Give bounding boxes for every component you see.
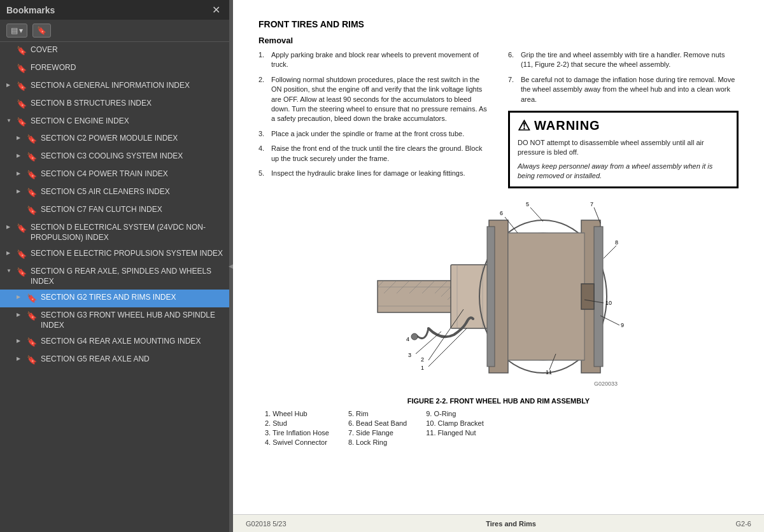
step-7: 7. Be careful not to damage the inflatio…: [508, 75, 739, 104]
figure-caption: FIGURE 2-2. FRONT WHEEL HUB AND RIM ASSE…: [258, 397, 739, 405]
step-text-2: Following normal shutdown procedures, pl…: [271, 75, 489, 124]
step-5: 5. Inspect the hydraulic brake lines for…: [258, 169, 489, 178]
expand-arrow-section-c3[interactable]: [17, 152, 27, 159]
step-text-6: Grip the tire and wheel assembly with ti…: [521, 50, 739, 70]
bookmark-item-section-g4[interactable]: 🔖 SECTION G4 REAR AXLE MOUNTING INDEX: [0, 333, 229, 351]
close-sidebar-button[interactable]: ✕: [209, 4, 223, 16]
legend-col-1: 1. Wheel Hub 2. Stud 3. Tire Inflation H…: [265, 410, 329, 446]
bookmark-item-section-g5[interactable]: 🔖 SECTION G5 REAR AXLE AND: [0, 351, 229, 369]
figure-legend: 1. Wheel Hub 2. Stud 3. Tire Inflation H…: [258, 410, 739, 446]
bookmark-label-section-b: SECTION B STRUCTURES INDEX: [31, 99, 224, 109]
expand-placeholder: [6, 64, 17, 73]
legend-item-4: 4. Swivel Connector: [265, 438, 329, 446]
bookmark-item-section-c[interactable]: 🔖 SECTION C ENGINE INDEX: [0, 113, 229, 131]
bookmark-item-section-g[interactable]: 🔖 SECTION G REAR AXLE, SPINDLES AND WHEE…: [0, 263, 229, 290]
bookmark-icon-foreword: 🔖: [17, 64, 27, 74]
bookmark-icon-section-c3: 🔖: [27, 152, 37, 163]
bookmark-item-section-e[interactable]: 🔖 SECTION E ELECTRIC PROPULSION SYSTEM I…: [0, 246, 229, 263]
bookmark-label-section-g2: SECTION G2 TIRES AND RIMS INDEX: [41, 293, 224, 303]
bookmark-item-foreword[interactable]: 🔖 FOREWORD: [0, 60, 229, 78]
document-body: 1. Apply parking brake and block rear wh…: [258, 50, 739, 188]
bookmark-label-foreword: FOREWORD: [31, 63, 224, 73]
expand-arrow-section-d[interactable]: [6, 223, 17, 230]
expand-arrow-section-g5[interactable]: [17, 355, 27, 362]
step-number-2: 2.: [258, 75, 267, 124]
expand-arrow-section-g2[interactable]: [17, 293, 27, 300]
warning-title: WARNING: [534, 118, 600, 133]
bookmark-label-section-c2: SECTION C2 POWER MODULE INDEX: [41, 134, 224, 144]
bookmark-label-section-c5: SECTION C5 AIR CLEANERS INDEX: [41, 187, 224, 197]
warning-header: ⚠ WARNING: [518, 118, 729, 134]
list-view-button[interactable]: ▤ ▾: [6, 24, 27, 38]
bookmark-icon-section-g: 🔖: [17, 267, 27, 278]
bookmark-icon-section-e: 🔖: [17, 249, 27, 260]
expand-arrow-section-c[interactable]: [6, 117, 17, 124]
bookmark-add-icon: 🔖: [37, 26, 46, 35]
legend-item-8: 8. Lock Ring: [348, 438, 407, 446]
bookmark-item-section-c5[interactable]: 🔖 SECTION C5 AIR CLEANERS INDEX: [0, 184, 229, 202]
expand-placeholder: [17, 206, 27, 214]
bookmark-item-section-c3[interactable]: 🔖 SECTION C3 COOLING SYSTEM INDEX: [0, 148, 229, 166]
expand-arrow-section-c4[interactable]: [17, 170, 27, 177]
bookmark-label-section-c7: SECTION C7 FAN CLUTCH INDEX: [41, 205, 224, 215]
bookmark-item-section-c7[interactable]: 🔖 SECTION C7 FAN CLUTCH INDEX: [0, 202, 229, 220]
bookmark-item-section-g3[interactable]: 🔖 SECTION G3 FRONT WHEEL HUB AND SPINDLE…: [0, 307, 229, 333]
svg-rect-19: [594, 227, 603, 367]
svg-line-27: [428, 309, 463, 360]
svg-point-24: [411, 333, 418, 340]
expand-arrow-section-g3[interactable]: [17, 311, 27, 318]
svg-rect-20: [508, 233, 584, 360]
bookmark-label-section-g5: SECTION G5 REAR AXLE AND: [41, 354, 224, 365]
expand-arrow-section-e[interactable]: [6, 249, 17, 256]
bookmark-item-section-c4[interactable]: 🔖 SECTION C4 POWER TRAIN INDEX: [0, 166, 229, 184]
steps-left-list: 1. Apply parking brake and block rear wh…: [258, 50, 489, 178]
step-text-4: Raise the front end of the truck until t…: [271, 144, 489, 164]
expand-arrow-section-g4[interactable]: [17, 337, 27, 344]
warning-text-2: Always keep personnel away from a wheel …: [518, 162, 729, 181]
sidebar: Bookmarks ✕ ▤ ▾ 🔖 🔖 COVER 🔖 FOREWORD 🔖 S: [0, 0, 229, 532]
bookmark-item-section-g2[interactable]: 🔖 SECTION G2 TIRES AND RIMS INDEX: [0, 290, 229, 307]
legend-item-2: 2. Stud: [265, 419, 329, 427]
steps-left-column: 1. Apply parking brake and block rear wh…: [258, 50, 489, 188]
add-bookmark-button[interactable]: 🔖: [32, 24, 51, 38]
expand-arrow-section-g[interactable]: [6, 267, 17, 274]
bookmark-label-section-c: SECTION C ENGINE INDEX: [31, 116, 224, 127]
bookmark-icon-section-g3: 🔖: [27, 311, 37, 322]
bookmark-label-section-e: SECTION E ELECTRIC PROPULSION SYSTEM IND…: [31, 249, 224, 259]
main-content: FRONT TIRES AND RIMS Removal 1. Apply pa…: [233, 0, 764, 532]
legend-col-3: 9. O-Ring 10. Clamp Bracket 11. Flanged …: [426, 410, 483, 446]
svg-rect-18: [487, 227, 495, 367]
expand-arrow-section-c2[interactable]: [17, 134, 27, 141]
expand-arrow-section-a[interactable]: [6, 81, 17, 88]
bookmark-icon-section-g5: 🔖: [27, 355, 37, 366]
bookmark-item-cover[interactable]: 🔖 COVER: [0, 42, 229, 60]
footer-right: G2-6: [736, 520, 751, 528]
sidebar-header: Bookmarks ✕: [0, 0, 229, 20]
bookmark-label-section-g: SECTION G REAR AXLE, SPINDLES AND WHEELS…: [31, 267, 224, 286]
svg-line-38: [604, 246, 616, 258]
list-dropdown-icon: ▾: [19, 26, 23, 35]
page-title: FRONT TIRES AND RIMS: [258, 19, 739, 29]
bookmark-item-section-b[interactable]: 🔖 SECTION B STRUCTURES INDEX: [0, 95, 229, 113]
svg-line-29: [416, 332, 441, 354]
step-text-5: Inspect the hydraulic brake lines for da…: [271, 169, 465, 178]
expand-arrow-section-c5[interactable]: [17, 188, 27, 195]
bookmark-label-section-g4: SECTION G4 REAR AXLE MOUNTING INDEX: [41, 337, 224, 347]
bookmark-item-section-c2[interactable]: 🔖 SECTION C2 POWER MODULE INDEX: [0, 130, 229, 148]
bookmark-list: 🔖 COVER 🔖 FOREWORD 🔖 SECTION A GENERAL I…: [0, 42, 229, 532]
bookmark-icon-section-g4: 🔖: [27, 337, 37, 348]
expand-placeholder: [6, 99, 17, 108]
wheel-hub-diagram: 1 2 3 4 5 6 7: [365, 201, 632, 392]
bookmark-item-section-a[interactable]: 🔖 SECTION A GENERAL INFORMATION INDEX: [0, 78, 229, 95]
bookmark-label-section-c4: SECTION C4 POWER TRAIN INDEX: [41, 169, 224, 179]
bookmark-label-section-c3: SECTION C3 COOLING SYSTEM INDEX: [41, 151, 224, 162]
svg-text:2: 2: [421, 356, 424, 363]
legend-item-10: 10. Clamp Bracket: [426, 419, 483, 427]
figure-id: G020033: [594, 381, 618, 387]
expand-placeholder: [6, 46, 17, 55]
step-number-7: 7.: [508, 75, 517, 104]
bookmark-item-section-d[interactable]: 🔖 SECTION D ELECTRICAL SYSTEM (24VDC NON…: [0, 220, 229, 246]
sidebar-toolbar: ▤ ▾ 🔖: [0, 20, 229, 42]
bookmark-icon-section-c: 🔖: [17, 117, 27, 128]
bookmark-icon-section-c5: 🔖: [27, 188, 37, 199]
